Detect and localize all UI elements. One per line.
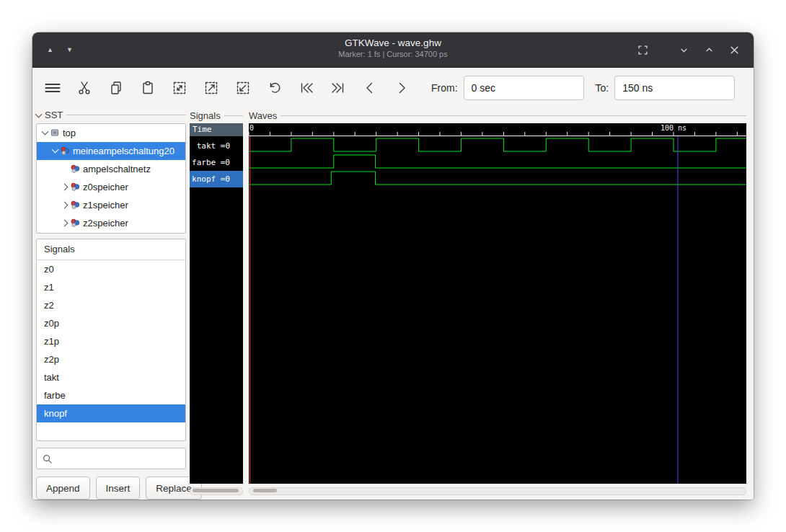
signal-row-farbe[interactable]: farbe =0	[190, 154, 243, 171]
tree-item-label: z2speicher	[83, 218, 128, 229]
svg-text:100 ns: 100 ns	[661, 124, 686, 132]
menu-button[interactable]	[43, 76, 63, 99]
from-label: From:	[431, 82, 458, 94]
sst-column: SST top meineam	[36, 108, 186, 500]
names-hscrollbar[interactable]	[190, 487, 243, 495]
window-title-group: GTKWave - wave.ghw Marker: 1 fs | Cursor…	[338, 37, 447, 58]
expander-icon[interactable]	[60, 221, 70, 226]
waves-panel[interactable]: 0100 ns	[249, 123, 746, 484]
zoom-in-button[interactable]	[201, 76, 221, 99]
time-header[interactable]: Time	[190, 123, 243, 136]
signal-names-column: Signals Time takt =0 farbe =0 knopf =0	[190, 108, 243, 500]
list-item-knopf[interactable]: knopf	[37, 404, 185, 422]
module-icon	[70, 200, 83, 210]
search-icon	[42, 453, 53, 464]
list-item-z1[interactable]: z1	[37, 278, 185, 296]
zoom-fit-button[interactable]	[169, 76, 190, 99]
from-input[interactable]	[464, 76, 584, 100]
tree-item-ampelschaltnetz[interactable]: ampelschaltnetz	[37, 160, 185, 178]
minimize-icon[interactable]	[677, 43, 690, 56]
expander-icon[interactable]	[40, 131, 50, 134]
collapse-chevron-icon[interactable]	[35, 110, 43, 118]
append-button[interactable]: Append	[36, 476, 90, 500]
gtkwave-window: ▲ ▼ GTKWave - wave.ghw Marker: 1 fs | Cu…	[32, 32, 754, 500]
list-item-z2[interactable]: z2	[37, 296, 185, 314]
cut-button[interactable]	[74, 76, 94, 99]
search-input[interactable]	[57, 453, 180, 465]
insert-button[interactable]: Insert	[96, 476, 141, 500]
zoom-out-button[interactable]	[233, 76, 253, 99]
tree-item-z1speicher[interactable]: z1speicher	[37, 196, 185, 214]
waves-frame-label: Waves	[249, 110, 277, 121]
window-subtitle: Marker: 1 fs | Cursor: 34700 ps	[338, 50, 447, 58]
titlebar[interactable]: ▲ ▼ GTKWave - wave.ghw Marker: 1 fs | Cu…	[32, 32, 754, 68]
signal-action-buttons: Append Insert Replace	[36, 476, 186, 500]
paste-button[interactable]	[138, 76, 158, 99]
expander-icon[interactable]	[60, 185, 70, 190]
titlebar-up-arrow-icon[interactable]: ▲	[47, 47, 53, 53]
tree-item-label: meineampelschaltung20	[73, 146, 175, 156]
sst-header-label: SST	[45, 110, 63, 120]
signal-search[interactable]	[36, 448, 186, 469]
expander-icon[interactable]	[60, 203, 70, 208]
signal-list: z0 z1 z2 z0p z1p z2p takt farbe knopf	[37, 260, 185, 422]
signal-row-knopf[interactable]: knopf =0	[190, 171, 243, 187]
list-item-z0[interactable]: z0	[37, 260, 185, 278]
module-icon	[60, 146, 73, 156]
tree-item-label: z0speicher	[83, 182, 128, 192]
titlebar-down-arrow-icon[interactable]: ▼	[66, 47, 73, 53]
frame-line	[281, 115, 746, 116]
sst-tree: top meineampelschaltung20 ampe	[36, 123, 186, 234]
copy-button[interactable]	[106, 76, 126, 99]
skip-to-end-button[interactable]	[328, 76, 348, 99]
signals-frame-label: Signals	[190, 110, 221, 121]
signal-list-header: Signals	[37, 239, 185, 260]
maximize-icon[interactable]	[702, 43, 715, 56]
signal-row-takt[interactable]: takt =0	[190, 138, 243, 154]
scrollbar-thumb[interactable]	[253, 489, 277, 492]
list-item-z2p[interactable]: z2p	[37, 350, 185, 368]
tree-item-label: top	[63, 128, 76, 138]
tree-item-z2speicher[interactable]: z2speicher	[37, 214, 185, 232]
waves-hscrollbar[interactable]	[249, 487, 746, 495]
svg-text:0: 0	[250, 124, 254, 132]
step-left-button[interactable]	[360, 76, 380, 99]
fullscreen-icon[interactable]	[636, 43, 649, 56]
main-area: SST top meineam	[32, 108, 754, 500]
tree-item-meineampelschaltung20[interactable]: meineampelschaltung20	[37, 142, 185, 160]
signal-names-panel: Time takt =0 farbe =0 knopf =0	[190, 123, 243, 484]
window-title: GTKWave - wave.ghw	[338, 37, 447, 48]
list-item-z1p[interactable]: z1p	[37, 332, 185, 350]
step-right-button[interactable]	[392, 76, 412, 99]
undo-button[interactable]	[265, 76, 285, 99]
close-icon[interactable]	[728, 43, 741, 56]
tree-item-label: z1speicher	[83, 200, 128, 210]
list-item-z0p[interactable]: z0p	[37, 314, 185, 332]
chip-icon	[50, 128, 63, 138]
scrollbar-thumb[interactable]	[193, 489, 239, 492]
to-input[interactable]	[614, 76, 735, 100]
sst-header[interactable]: SST	[36, 108, 186, 123]
list-item-takt[interactable]: takt	[37, 368, 185, 386]
skip-to-start-button[interactable]	[296, 76, 317, 99]
waves-column: Waves 0100 ns	[249, 108, 746, 500]
tree-item-z0speicher[interactable]: z0speicher	[37, 178, 185, 196]
tree-item-label: ampelschaltnetz	[83, 164, 151, 174]
frame-line	[224, 115, 243, 116]
tree-item-top[interactable]: top	[37, 124, 185, 142]
module-icon	[70, 218, 83, 228]
frame-line	[66, 115, 186, 115]
module-icon	[70, 164, 83, 174]
expander-icon[interactable]	[50, 149, 60, 152]
signal-list-panel: Signals z0 z1 z2 z0p z1p z2p takt farbe …	[36, 239, 186, 441]
toolbar: From: To:	[32, 68, 754, 108]
wave-canvas[interactable]: 0100 ns	[249, 123, 746, 484]
module-icon	[70, 182, 83, 192]
list-item-farbe[interactable]: farbe	[37, 386, 185, 404]
to-label: To:	[596, 82, 609, 94]
